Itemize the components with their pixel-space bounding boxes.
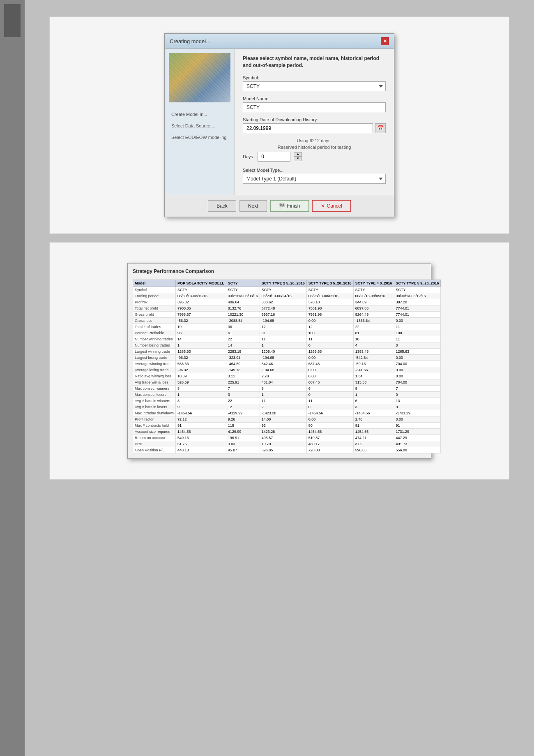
days-input[interactable] bbox=[258, 152, 290, 162]
row-value: 22 bbox=[226, 398, 260, 404]
dialog-title: Creating model... bbox=[170, 38, 210, 44]
row-label: Number losing trades bbox=[133, 342, 176, 348]
start-date-input[interactable] bbox=[243, 123, 373, 133]
row-value: 12 bbox=[226, 404, 260, 410]
row-value: 7561.98 bbox=[306, 311, 353, 317]
table-row: Avg trade(win & loss)526.69225.91481.046… bbox=[133, 379, 441, 385]
sidebar bbox=[0, 0, 25, 756]
row-value: 0.00 bbox=[394, 373, 441, 379]
days-spinner[interactable]: ▲ ▼ bbox=[294, 152, 302, 161]
row-label: Largest losing trade bbox=[133, 354, 176, 361]
row-value: 14.00 bbox=[260, 416, 306, 422]
row-value: 1.34 bbox=[353, 373, 394, 379]
row-value: 91 bbox=[260, 330, 306, 336]
row-label: Avg # bars in winners bbox=[133, 398, 176, 404]
row-value: 9 bbox=[176, 404, 226, 410]
row-value: -341.66 bbox=[353, 367, 394, 373]
table-row: Avg # bars in losers9122030 bbox=[133, 404, 441, 410]
cancel-button[interactable]: ✕ Cancel bbox=[312, 200, 351, 212]
row-value: 378.10 bbox=[306, 299, 353, 305]
row-value: 08/30/13-08/12/16 bbox=[394, 293, 441, 299]
row-value: 1 bbox=[260, 342, 306, 348]
start-date-group: Starting Date of Downloading History: 📅 bbox=[243, 117, 386, 133]
row-value: 118 bbox=[226, 422, 260, 428]
row-value: 4129.99 bbox=[226, 428, 260, 435]
row-value: 100 bbox=[394, 330, 441, 336]
symbol-select[interactable]: SCTY bbox=[243, 81, 386, 91]
calendar-button[interactable]: 📅 bbox=[375, 123, 386, 133]
row-value: 0 bbox=[394, 342, 441, 348]
row-value: 568.33 bbox=[176, 361, 226, 367]
using-days-text: Using 6212 days. bbox=[243, 138, 386, 143]
row-value: 7561.98 bbox=[306, 305, 353, 311]
model-name-input[interactable] bbox=[243, 102, 386, 112]
row-value: 0.00 bbox=[306, 354, 353, 361]
back-button[interactable]: Back bbox=[208, 200, 236, 212]
row-value: 08/23/13-08/05/16 bbox=[306, 293, 353, 299]
row-value: -194.68 bbox=[260, 367, 306, 373]
table-row: SymbolSCTYSCTYSCTYSCTYSCTYSCTY bbox=[133, 287, 441, 293]
row-value: 3 bbox=[226, 391, 260, 398]
row-value: -1423.28 bbox=[260, 410, 306, 416]
row-label: Max intraday drawdown bbox=[133, 410, 176, 416]
row-value: SCTY bbox=[394, 287, 441, 293]
table-row: Total net profit7900.358132.765772.48756… bbox=[133, 305, 441, 311]
row-value: 1731.29 bbox=[394, 428, 441, 435]
row-value: 10221.30 bbox=[226, 311, 260, 317]
step-select-data[interactable]: Select Data Source... bbox=[169, 120, 230, 132]
col-header-model: Model: bbox=[133, 280, 176, 287]
model-type-select[interactable]: Model Type 1 (Default) bbox=[243, 174, 386, 184]
row-label: Average winning trade bbox=[133, 361, 176, 367]
row-value: -96.32 bbox=[176, 367, 226, 373]
row-value: 91 bbox=[353, 422, 394, 428]
row-value: 0 bbox=[306, 404, 353, 410]
row-value: -2088.54 bbox=[226, 317, 260, 324]
row-value: 7744.01 bbox=[394, 311, 441, 317]
row-value: 19 bbox=[176, 324, 226, 330]
row-value: 596.05 bbox=[260, 447, 306, 453]
row-value: 91 bbox=[176, 422, 226, 428]
step-eod-modeling[interactable]: Select EOD/EOW modeling bbox=[169, 132, 230, 143]
finish-button[interactable]: 🏁 Finish bbox=[270, 200, 309, 212]
table-row: Ratio avg win/avg loss10.093.112.780.001… bbox=[133, 373, 441, 379]
row-value: -542.64 bbox=[353, 354, 394, 361]
cancel-icon: ✕ bbox=[321, 203, 325, 209]
row-value: 2283.18 bbox=[226, 348, 260, 354]
row-value: 0.00 bbox=[306, 416, 353, 422]
table-row: Number winning trades142211111811 bbox=[133, 336, 441, 342]
row-value: 72.12 bbox=[176, 416, 226, 422]
row-value: 7956.67 bbox=[176, 311, 226, 317]
row-value: 7744.01 bbox=[394, 305, 441, 311]
row-value: -1454.56 bbox=[353, 410, 394, 416]
row-value: 0.00 bbox=[394, 317, 441, 324]
row-value: 556.08 bbox=[394, 447, 441, 453]
row-value: 8 bbox=[260, 385, 306, 391]
dialog-footer: Back Next 🏁 Finish ✕ Cancel bbox=[165, 195, 394, 217]
next-button[interactable]: Next bbox=[239, 200, 267, 212]
days-label: Days: bbox=[243, 154, 254, 159]
row-value: SCTY bbox=[176, 287, 226, 293]
row-label: Total net profit bbox=[133, 305, 176, 311]
row-value: 7 bbox=[394, 385, 441, 391]
row-value: 1 bbox=[176, 391, 226, 398]
spin-up-button[interactable]: ▲ bbox=[294, 152, 302, 157]
row-value: 0.00 bbox=[306, 317, 353, 324]
row-value: 10.70 bbox=[260, 441, 306, 447]
row-value: -96.32 bbox=[176, 354, 226, 361]
table-row: Largest losing trade-96.32-323.94-194.68… bbox=[133, 354, 441, 361]
row-value: 06/20/13-08/05/16 bbox=[353, 293, 394, 299]
step-create-model[interactable]: Create Model In... bbox=[169, 109, 230, 120]
symbol-label: Symbol: bbox=[243, 75, 386, 80]
spin-down-button[interactable]: ▼ bbox=[294, 157, 302, 161]
close-button[interactable]: ✕ bbox=[381, 37, 389, 45]
table-row: Max # contracts held9111892809191 bbox=[133, 422, 441, 428]
cancel-label: Cancel bbox=[327, 203, 342, 209]
row-label: Open Position P/L bbox=[133, 447, 176, 453]
col-header-5: SCTY TYPE 4 0_2016 bbox=[353, 280, 394, 287]
row-value: 542.46 bbox=[260, 361, 306, 367]
col-header-2: SCTY bbox=[226, 280, 260, 287]
row-value: -1454.56 bbox=[306, 410, 353, 416]
row-label: Largest winning trade bbox=[133, 348, 176, 354]
row-value: 406.64 bbox=[226, 299, 260, 305]
row-label: Max consec. winners bbox=[133, 385, 176, 391]
